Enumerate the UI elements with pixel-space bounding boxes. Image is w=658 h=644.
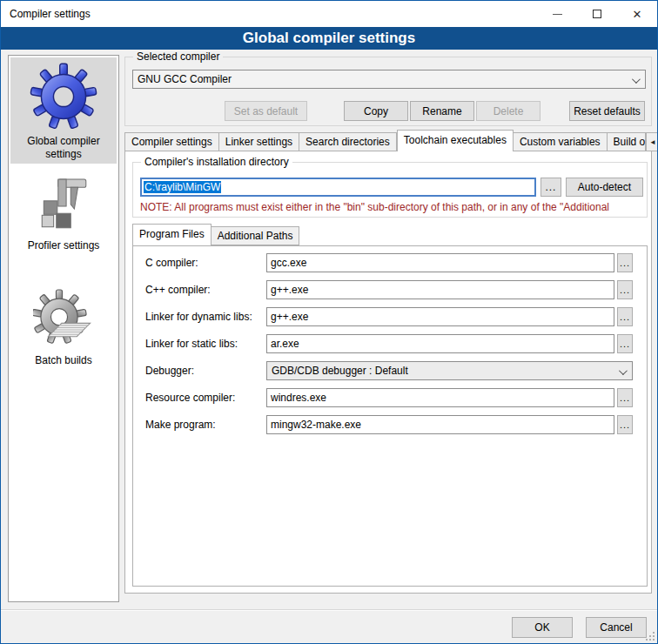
reset-defaults-button[interactable]: Reset defaults <box>569 101 645 121</box>
tab-program-files[interactable]: Program Files <box>132 224 212 245</box>
toolchain-executables-page: Compiler's installation directory C:\ray… <box>124 151 652 594</box>
caption-buttons: ✕ <box>537 1 657 27</box>
sidebar-item-label: Profiler settings <box>24 239 104 252</box>
selected-compiler-combobox[interactable]: GNU GCC Compiler <box>132 70 646 89</box>
debugger-combobox[interactable]: GDB/CDB debugger : Default <box>266 361 633 380</box>
program-files-panel: C compiler:...C++ compiler:...Linker for… <box>132 245 648 587</box>
install-dir-selected-text: C:\raylib\MinGW <box>144 181 221 193</box>
field-row-linker-for-static-libs: Linker for static libs:... <box>145 334 647 353</box>
main-tab-strip: Compiler settingsLinker settingsSearch d… <box>124 131 654 151</box>
titlebar: Compiler settings ✕ <box>1 1 657 27</box>
make-program-label: Make program: <box>145 419 266 431</box>
tab-scroll-left-button[interactable]: ◄ <box>646 132 658 151</box>
gear-blue-icon <box>30 63 97 133</box>
resource-compiler-browse-button[interactable]: ... <box>617 388 633 407</box>
resource-compiler-input[interactable] <box>266 388 614 407</box>
auto-detect-button[interactable]: Auto-detect <box>566 178 643 197</box>
linker-for-dynamic-libs-browse-button[interactable]: ... <box>617 307 633 326</box>
set-as-default-button: Set as default <box>225 101 307 121</box>
selected-compiler-group-label: Selected compiler <box>133 50 223 63</box>
make-program-input[interactable] <box>266 415 614 434</box>
field-row-c-compiler: C compiler:... <box>145 253 647 272</box>
tab-scroll-arrows: ◄ ► <box>646 132 658 151</box>
tab-linker-settings[interactable]: Linker settings <box>219 132 299 151</box>
bin-subdirectory-note: NOTE: All programs must exist either in … <box>140 201 645 213</box>
c-compiler-label: C compiler: <box>145 257 266 269</box>
c-compiler-input[interactable] <box>266 253 614 272</box>
linker-for-static-libs-browse-button[interactable]: ... <box>617 334 633 353</box>
window-title: Compiler settings <box>10 8 91 20</box>
make-program-browse-button[interactable]: ... <box>617 415 633 434</box>
linker-for-static-libs-label: Linker for static libs: <box>145 338 266 350</box>
program-files-tab-strip: Program Files Additional Paths <box>132 226 299 245</box>
field-row-debugger: Debugger:GDB/CDB debugger : Default <box>145 361 647 380</box>
rename-button[interactable]: Rename <box>410 101 474 121</box>
c-compiler-label: C++ compiler: <box>145 284 266 296</box>
selected-compiler-group: Selected compiler GNU GCC Compiler Set a… <box>124 57 652 126</box>
sidebar-item-profiler-settings[interactable]: Profiler settings <box>10 172 117 261</box>
compiler-settings-window: Compiler settings ✕ Global compiler sett… <box>0 0 658 644</box>
debugger-label: Debugger: <box>145 365 266 377</box>
installation-directory-group: Compiler's installation directory C:\ray… <box>132 162 648 218</box>
maximize-button[interactable] <box>577 1 617 27</box>
settings-category-list: Global compiler settingsProfiler setting… <box>8 55 119 602</box>
tab-build-options[interactable]: Build options <box>608 132 646 151</box>
linker-for-dynamic-libs-label: Linker for dynamic libs: <box>145 311 266 323</box>
installation-directory-group-label: Compiler's installation directory <box>141 156 292 168</box>
installation-directory-row: C:\raylib\MinGW ... Auto-detect <box>140 178 643 197</box>
chevron-down-icon <box>619 366 628 375</box>
debugger-value: GDB/CDB debugger : Default <box>272 365 408 377</box>
copy-button[interactable]: Copy <box>344 101 408 121</box>
sidebar-item-label: Batch builds <box>31 354 95 367</box>
tab-compiler-settings[interactable]: Compiler settings <box>124 132 219 151</box>
chevron-down-icon <box>632 75 641 84</box>
gear-stack-icon <box>33 289 94 352</box>
tab-additional-paths[interactable]: Additional Paths <box>212 226 300 245</box>
linker-for-static-libs-input[interactable] <box>266 334 614 353</box>
field-row-linker-for-dynamic-libs: Linker for dynamic libs:... <box>145 307 647 326</box>
delete-button: Delete <box>476 101 540 121</box>
sidebar-item-global-compiler-settings[interactable]: Global compiler settings <box>10 57 117 164</box>
field-row-make-program: Make program:... <box>145 415 647 434</box>
maximize-icon <box>593 10 601 18</box>
dialog-header: Global compiler settings <box>1 27 657 50</box>
resize-grip[interactable] <box>644 630 655 641</box>
tab-custom-variables[interactable]: Custom variables <box>514 132 608 151</box>
minimize-button[interactable] <box>537 1 577 27</box>
arrow-left-icon: ◄ <box>649 138 656 146</box>
caliper-icon <box>35 178 92 238</box>
close-icon: ✕ <box>633 9 642 20</box>
resource-compiler-label: Resource compiler: <box>145 392 266 404</box>
field-row-c-compiler: C++ compiler:... <box>145 280 647 299</box>
install-dir-input[interactable]: C:\raylib\MinGW <box>140 178 536 197</box>
sidebar-item-label: Global compiler settings <box>10 135 117 161</box>
close-button[interactable]: ✕ <box>617 1 657 27</box>
ok-button[interactable]: OK <box>512 617 573 638</box>
linker-for-dynamic-libs-input[interactable] <box>266 307 614 326</box>
selected-compiler-value: GNU GCC Compiler <box>138 73 232 85</box>
install-dir-browse-button[interactable]: ... <box>540 178 561 197</box>
resize-grip-dots <box>653 639 655 641</box>
field-row-resource-compiler: Resource compiler:... <box>145 388 647 407</box>
tab-search-directories[interactable]: Search directories <box>299 132 397 151</box>
tab-toolchain-executables[interactable]: Toolchain executables <box>397 130 514 151</box>
minimize-icon <box>553 14 562 15</box>
c-compiler-browse-button[interactable]: ... <box>617 280 633 299</box>
cancel-button[interactable]: Cancel <box>586 617 647 638</box>
sidebar-item-batch-builds[interactable]: Batch builds <box>10 284 117 372</box>
c-compiler-input[interactable] <box>266 280 614 299</box>
bottom-divider <box>1 609 658 611</box>
c-compiler-browse-button[interactable]: ... <box>617 253 633 272</box>
